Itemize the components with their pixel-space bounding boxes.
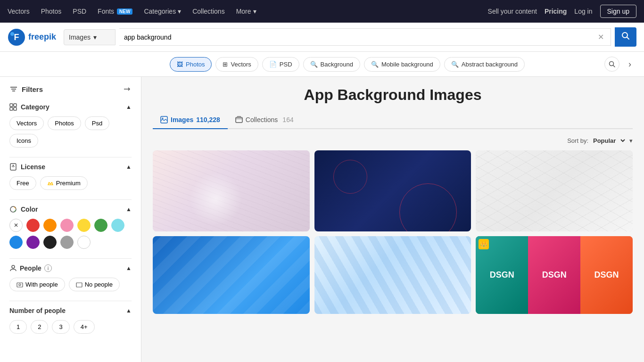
color-swatch-blue[interactable] <box>9 236 23 249</box>
image-card-1[interactable] <box>153 150 310 231</box>
dsgn-panel-2: DSGN <box>528 236 580 314</box>
image-card-5[interactable] <box>314 236 471 314</box>
color-swatch-orange[interactable] <box>43 219 57 232</box>
filter-icon <box>9 85 18 93</box>
color-icon <box>9 206 17 213</box>
color-swatch-pink[interactable] <box>60 219 74 232</box>
filter-tags-next-button[interactable]: › <box>623 58 636 71</box>
filter-tag-background[interactable]: 🔍 Background <box>303 57 360 72</box>
color-section-header[interactable]: Color ▲ <box>9 206 132 213</box>
color-swatch-light-blue[interactable] <box>111 219 124 232</box>
license-chevron-icon: ▲ <box>126 164 132 170</box>
nav-vectors[interactable]: Vectors <box>8 8 30 15</box>
image-card-4[interactable] <box>153 236 310 314</box>
image-thumbnail-2 <box>314 150 471 231</box>
svg-rect-14 <box>10 107 13 110</box>
license-free-btn[interactable]: Free <box>9 176 36 190</box>
collections-tab-icon <box>235 116 243 123</box>
dsgn-panels: DSGN DSGN DSGN <box>476 236 633 314</box>
color-swatch-clear[interactable]: ✕ <box>9 219 23 232</box>
license-premium-btn[interactable]: Premium <box>40 176 88 190</box>
main-content: App Background Images Images 110,228 Col… <box>141 77 644 362</box>
divider-4 <box>9 301 132 301</box>
nav-fonts[interactable]: Fonts NEW <box>98 8 132 15</box>
background-search-icon: 🔍 <box>310 61 318 68</box>
people-section-header[interactable]: People i ▲ <box>9 264 132 272</box>
image-card-2[interactable] <box>314 150 471 231</box>
filter-tag-psd[interactable]: 📄 PSD <box>262 57 299 72</box>
signup-button[interactable]: Sign up <box>600 5 636 18</box>
color-swatch-red[interactable] <box>26 219 40 232</box>
filter-tag-vectors[interactable]: ⊞ Vectors <box>215 57 258 72</box>
crown-icon <box>47 180 54 187</box>
search-icon <box>621 32 630 40</box>
nav-collections[interactable]: Collections <box>192 8 224 15</box>
svg-point-22 <box>19 284 21 286</box>
svg-rect-12 <box>10 104 13 107</box>
no-people-btn[interactable]: No people <box>69 278 120 291</box>
people-count-2[interactable]: 2 <box>31 320 48 334</box>
color-swatch-purple[interactable] <box>26 236 40 249</box>
search-type-dropdown[interactable]: Images ▾ <box>64 29 116 45</box>
category-tag-photos[interactable]: Photos <box>48 116 81 130</box>
category-section-header[interactable]: Category ▲ <box>9 103 132 111</box>
sort-row: Sort by: Popular Recent Relevant ▾ <box>153 137 633 145</box>
color-chevron-icon: ▲ <box>126 206 132 213</box>
nav-categories[interactable]: Categories ▾ <box>144 8 181 15</box>
people-info-icon[interactable]: i <box>44 264 52 272</box>
image-thumbnail-4 <box>153 236 310 314</box>
sort-chevron-icon: ▾ <box>629 137 633 144</box>
svg-rect-13 <box>14 104 17 107</box>
nav-right: Sell your content Pricing Log in Sign up <box>488 5 636 18</box>
number-of-people-header[interactable]: Number of people ▲ <box>9 307 132 314</box>
top-nav: Vectors Photos PSD Fonts NEW Categories … <box>0 0 644 23</box>
color-swatch-yellow[interactable] <box>77 219 91 232</box>
nav-photos[interactable]: Photos <box>41 8 62 15</box>
nav-psd[interactable]: PSD <box>73 8 86 15</box>
photos-tag-icon: 🖼 <box>177 61 183 68</box>
svg-rect-23 <box>76 283 82 287</box>
freepik-wordmark: freepik <box>28 32 56 42</box>
filter-tag-mobile-background[interactable]: 🔍 Mobile background <box>364 57 440 72</box>
collapse-sidebar-button[interactable] <box>122 84 132 94</box>
pricing-link[interactable]: Pricing <box>545 8 567 15</box>
with-people-icon <box>17 281 23 288</box>
login-link[interactable]: Log in <box>574 8 592 15</box>
sell-content-link[interactable]: Sell your content <box>488 8 537 15</box>
premium-crown-badge: 👑 <box>479 239 489 249</box>
category-tag-psd[interactable]: Psd <box>85 116 109 130</box>
people-count-4plus[interactable]: 4+ <box>74 320 95 334</box>
category-tag-icons[interactable]: Icons <box>9 134 38 148</box>
nav-more[interactable]: More ▾ <box>236 8 256 15</box>
with-people-btn[interactable]: With people <box>9 278 65 291</box>
sidebar: Filters Cate <box>0 77 141 362</box>
sort-select[interactable]: Popular Recent Relevant <box>591 137 627 145</box>
license-tags: Free Premium <box>9 176 132 190</box>
no-people-icon <box>76 281 83 288</box>
image-card-6[interactable]: 👑 DSGN DSGN DSGN <box>476 236 633 314</box>
color-swatch-gray[interactable] <box>60 236 74 249</box>
search-input-wrap: ✕ <box>119 28 611 46</box>
images-tab-icon <box>160 116 168 123</box>
result-tabs: Images 110,228 Collections 164 <box>153 111 633 129</box>
tab-images[interactable]: Images 110,228 <box>153 111 228 129</box>
filter-tags-search-btn[interactable] <box>604 57 619 72</box>
color-swatch-green[interactable] <box>94 219 107 232</box>
search-input[interactable] <box>124 33 596 41</box>
license-section-header[interactable]: License ▲ <box>9 163 132 171</box>
people-count-3[interactable]: 3 <box>52 320 69 334</box>
color-swatch-white[interactable] <box>77 236 91 249</box>
sidebar-section-license: License ▲ Free Premium <box>9 163 132 190</box>
search-button[interactable] <box>615 27 636 47</box>
tab-collections[interactable]: Collections 164 <box>228 111 301 129</box>
main-layout: Filters Cate <box>0 77 644 362</box>
logo[interactable]: F freepik <box>8 28 56 46</box>
svg-point-20 <box>12 265 15 268</box>
filter-tag-abstract-background[interactable]: 🔍 Abstract background <box>444 57 525 72</box>
color-swatch-black[interactable] <box>43 236 57 249</box>
clear-search-button[interactable]: ✕ <box>596 33 606 41</box>
image-card-3[interactable] <box>476 150 633 231</box>
filter-tag-photos[interactable]: 🖼 Photos <box>170 57 212 72</box>
category-tag-vectors[interactable]: Vectors <box>9 116 44 130</box>
people-count-1[interactable]: 1 <box>9 320 27 334</box>
